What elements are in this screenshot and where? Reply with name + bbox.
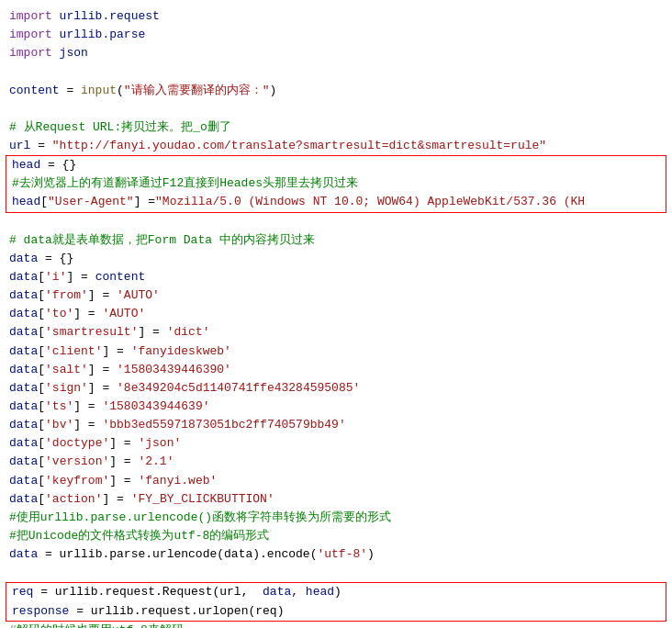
str-val-auto1: 'AUTO' bbox=[117, 288, 160, 302]
line-url-assign: url = "http://fanyi.youdao.com/translate… bbox=[4, 137, 668, 155]
line-comment-data: # data就是表单数据，把Form Data 中的内容拷贝过来 bbox=[4, 231, 668, 250]
var-content-ref: content bbox=[95, 270, 146, 284]
line-useragent: head["User-Agent"] ="Mozilla/5.0 (Window… bbox=[6, 193, 666, 211]
str-key-bv: 'bv' bbox=[45, 418, 73, 432]
var-data-dt: data bbox=[9, 436, 38, 450]
str-val-sign: '8e349204c5d1140741ffe43284595085' bbox=[117, 381, 360, 395]
line-data-version: data['version'] = '2.1' bbox=[4, 453, 668, 471]
op-response-eq: = urllib.request.urlopen(req) bbox=[69, 604, 284, 618]
comment-data: # data就是表单数据，把Form Data 中的内容拷贝过来 bbox=[9, 233, 315, 247]
blank-1 bbox=[4, 62, 668, 81]
line-import-request: import urllib.request bbox=[4, 7, 668, 26]
op-brk-sg2: ] = bbox=[88, 381, 117, 395]
comment-decode: #解码的时候也要用utf-8来解码 bbox=[9, 623, 184, 628]
var-data-kf: data bbox=[9, 474, 38, 488]
op-brk-t1: [ bbox=[38, 307, 45, 320]
kw-import2: import bbox=[9, 28, 52, 41]
line-data-smartresult: data['smartresult'] = 'dict' bbox=[4, 323, 668, 342]
var-data-ver: data bbox=[9, 454, 38, 468]
code-container: import urllib.request import urllib.pars… bbox=[0, 0, 672, 628]
str-key-client: 'client' bbox=[45, 344, 102, 358]
op-brk-ver2: ] = bbox=[109, 454, 138, 468]
op-brk-kf2: ] = bbox=[109, 474, 138, 488]
op-eq1: = bbox=[60, 84, 81, 97]
op-head-eq: = {} bbox=[40, 158, 76, 172]
op-req-eq: = urllib.request.Request(url, bbox=[33, 585, 263, 599]
line-data-sign: data['sign'] = '8e349204c5d1140741ffe432… bbox=[4, 379, 668, 398]
var-head2: head bbox=[12, 195, 40, 208]
module-request: urllib.request bbox=[52, 9, 160, 23]
str-val-bv: 'bbb3ed55971873051bc2ff740579bb49' bbox=[102, 418, 345, 432]
op-brk-sr2: ] = bbox=[138, 325, 166, 339]
line-response: response = urllib.request.urlopen(req) bbox=[6, 602, 666, 621]
str-val-dict: 'dict' bbox=[167, 325, 210, 339]
op-brk-t2: ] = bbox=[73, 307, 102, 320]
var-data-sign: data bbox=[9, 381, 38, 395]
kw-import3: import bbox=[9, 46, 52, 60]
str-key-salt: 'salt' bbox=[45, 363, 88, 376]
str-key-i: 'i' bbox=[45, 270, 66, 284]
str-val-action: 'FY_BY_CLICKBUTTION' bbox=[131, 492, 274, 506]
line-data-salt: data['salt'] = '15803439446390' bbox=[4, 361, 668, 379]
var-data: data bbox=[9, 252, 38, 265]
line-data-i: data['i'] = content bbox=[4, 268, 668, 286]
op-req-close: ) bbox=[334, 585, 342, 599]
paren-close1: ) bbox=[269, 84, 276, 97]
paren-open1: ( bbox=[117, 84, 124, 97]
str-prompt: "请输入需要翻译的内容：" bbox=[124, 84, 270, 97]
var-req: req bbox=[12, 585, 33, 599]
var-url: url bbox=[9, 139, 30, 152]
var-content: content bbox=[9, 84, 60, 97]
var-data-ts: data bbox=[9, 399, 38, 413]
var-data-salt: data bbox=[9, 363, 38, 376]
str-val-ts: '1580343944639' bbox=[102, 399, 209, 413]
str-key-version: 'version' bbox=[45, 454, 109, 468]
blank-4 bbox=[4, 564, 668, 582]
str-val-doctype: 'json' bbox=[138, 436, 181, 450]
module-json: json bbox=[52, 46, 88, 60]
str-key-sign: 'sign' bbox=[45, 381, 88, 395]
line-data-ts: data['ts'] = '1580343944639' bbox=[4, 398, 668, 416]
op-brk-ts1: [ bbox=[38, 399, 45, 413]
op-eq-url: = bbox=[30, 139, 51, 152]
line-data-bv: data['bv'] = 'bbb3ed55971873051bc2ff7405… bbox=[4, 416, 668, 434]
line-req: req = urllib.request.Request(url, data, … bbox=[6, 583, 666, 601]
op-data-eq: = {} bbox=[38, 252, 73, 265]
comment-urlencode: #使用urllib.parse.urlencode()函数将字符串转换为所需要的… bbox=[9, 510, 391, 524]
line-data-from: data['from'] = 'AUTO' bbox=[4, 286, 668, 305]
code-page: import urllib.request import urllib.pars… bbox=[0, 0, 672, 628]
var-response: response bbox=[12, 604, 69, 618]
op-brk-act2: ] = bbox=[102, 492, 130, 506]
var-data-to: data bbox=[9, 307, 38, 320]
line-data-to: data['to'] = 'AUTO' bbox=[4, 305, 668, 323]
var-data-cl: data bbox=[9, 344, 38, 358]
line-comment-decode: #解码的时候也要用utf-8来解码 bbox=[4, 622, 668, 628]
str-val-client: 'fanyideskweb' bbox=[131, 344, 231, 358]
var-head: head bbox=[12, 158, 40, 172]
op-brk-cl2: ] = bbox=[102, 344, 130, 358]
str-val-auto2: 'AUTO' bbox=[102, 307, 145, 320]
str-key-sr: 'smartresult' bbox=[45, 325, 138, 339]
comment-url: # 从Request URL:拷贝过来。把_o删了 bbox=[9, 120, 231, 134]
line-comment-head: #去浏览器上的有道翻译通过F12直接到Heades头那里去拷贝过来 bbox=[6, 174, 666, 193]
op-brk-ts2: ] = bbox=[73, 399, 102, 413]
op-brk-s2: ] = bbox=[88, 363, 117, 376]
var-data-bv: data bbox=[9, 418, 38, 432]
op-brk-bv2: ] = bbox=[73, 418, 102, 432]
op-brk-f1: [ bbox=[38, 288, 45, 302]
comment-unicode: #把Unicode的文件格式转换为utf-8的编码形式 bbox=[9, 529, 269, 543]
line-import-parse: import urllib.parse bbox=[4, 26, 668, 44]
op-brk-sr1: [ bbox=[38, 325, 45, 339]
line-import-json: import json bbox=[4, 44, 668, 62]
str-useragent-key: "User-Agent" bbox=[48, 195, 134, 208]
op-brk-dt2: ] = bbox=[109, 436, 138, 450]
op-enc-eq: = urllib.parse.urlencode(data).encode( bbox=[38, 547, 317, 561]
str-val-salt: '15803439446390' bbox=[117, 363, 231, 376]
op-brk-sg1: [ bbox=[38, 381, 45, 395]
line-comment-unicode: #把Unicode的文件格式转换为utf-8的编码形式 bbox=[4, 527, 668, 545]
str-url: "http://fanyi.youdao.com/translate?smart… bbox=[52, 139, 546, 152]
func-input: input bbox=[81, 84, 117, 97]
op-brk-kf1: [ bbox=[38, 474, 45, 488]
str-useragent-val: "Mozilla/5.0 (Windows NT 10.0; WOW64) Ap… bbox=[155, 195, 585, 208]
blank-3 bbox=[4, 213, 668, 231]
